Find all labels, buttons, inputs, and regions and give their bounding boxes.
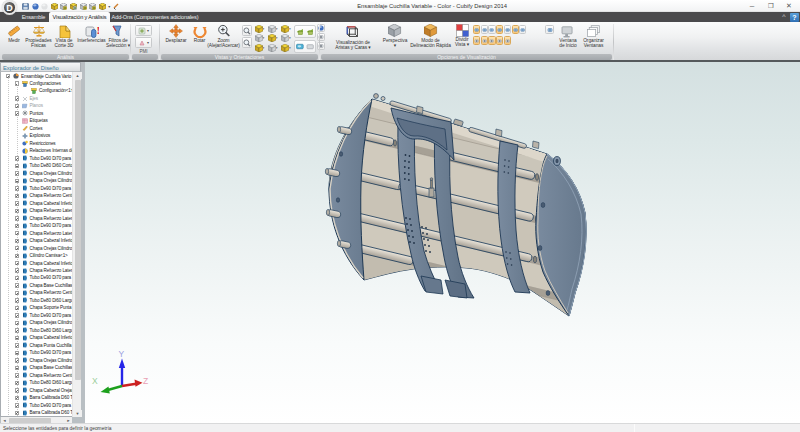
view-cube-button-4[interactable]: ▾ <box>266 34 279 43</box>
tree-expander-plus[interactable] <box>15 366 19 370</box>
ventana-inicio-button[interactable]: Ventana de Inicio <box>556 23 580 54</box>
tree-expander-plus[interactable] <box>15 179 19 183</box>
tree-expander-plus[interactable] <box>15 104 19 108</box>
tree-item[interactable]: Relaciones Internas de E <box>1 147 80 155</box>
view-cube-button-0[interactable]: ▾ <box>253 24 266 33</box>
tree-item[interactable]: Etiquetas <box>1 117 80 125</box>
view-cube-button-8[interactable]: ▾ <box>279 43 292 52</box>
tree-item[interactable]: Tubo De90 Di70 para Ta <box>1 402 80 410</box>
vscroll-thumb[interactable] <box>75 80 81 380</box>
minimize-button[interactable]: – <box>745 1 759 11</box>
tree-expander-plus[interactable] <box>15 186 19 190</box>
redo-sphere-icon[interactable] <box>41 3 48 10</box>
tree-expander-plus[interactable] <box>15 164 19 168</box>
tree-item[interactable]: Tubo De90 Di70 para Ta <box>1 349 80 357</box>
tree-item[interactable]: Tubo De80 Di60 Largo p <box>1 327 80 335</box>
tree-expander-plus[interactable] <box>15 291 19 295</box>
tree-item[interactable]: Tubo De90 Di70 para Ta <box>1 274 80 282</box>
tree-item[interactable]: Chapa Punta Cuchilla V <box>1 342 80 350</box>
tree-item[interactable]: Chapa Refuerzo Central <box>1 192 80 200</box>
tree-expander-plus[interactable] <box>15 343 19 347</box>
tree-item[interactable]: Chapa Refuerzo Central <box>1 372 80 380</box>
tree-item[interactable]: Chapa Orejas Cilindro R <box>1 319 80 327</box>
cube-add3-icon[interactable] <box>89 3 96 10</box>
tree-expander-plus[interactable] <box>15 283 19 287</box>
tree-expander-plus[interactable] <box>15 216 19 220</box>
display-toggle-6[interactable] <box>512 25 519 34</box>
tree-expander-plus[interactable] <box>6 74 10 78</box>
tree-item[interactable]: Chapa Cabezal Inferior <box>1 260 80 268</box>
tree-expander-plus[interactable] <box>15 358 19 362</box>
tree-item[interactable]: Chapa Soporte Punta C <box>1 304 80 312</box>
viewport-3d[interactable]: Y X Z <box>85 62 800 423</box>
modo-delineacion-rapida-button[interactable]: Modo de Delineación Rápida <box>408 23 453 54</box>
tree-item[interactable]: Chapa Orejas Cilindro R <box>1 357 80 365</box>
tree-item[interactable]: Barra Calibrada D60 Tr <box>1 394 80 402</box>
tree-item[interactable]: Ejes <box>1 95 80 103</box>
tree-expander-plus[interactable] <box>15 328 19 332</box>
tree-expander-plus[interactable] <box>15 194 19 198</box>
filtros-seleccion-button[interactable]: Filtros de Selección ▾ <box>106 23 130 54</box>
tree-item[interactable]: Chapa Refuerzo Central <box>1 289 80 297</box>
help-button[interactable]: ? <box>790 13 799 22</box>
tree-expander-plus[interactable] <box>15 373 19 377</box>
scroll-down-arrow[interactable]: ▼ <box>73 410 82 417</box>
camera-view-2-button[interactable] <box>306 42 315 51</box>
tree-item[interactable]: Restricciones <box>1 140 80 148</box>
rotate-view-left-button[interactable] <box>296 27 305 36</box>
display-toggle-4[interactable] <box>496 25 503 34</box>
tree-expander-minus[interactable] <box>15 81 19 85</box>
tree-item[interactable]: Tubo De80 Di60 Corto p <box>1 162 80 170</box>
view-cube-button-1[interactable]: ▾ <box>266 24 279 33</box>
tree-item[interactable]: Tubo De90 Di70 para Ta <box>1 185 80 193</box>
tree-item[interactable]: Chapa Cabezal Orejas C <box>1 387 80 395</box>
view-cube-button-3[interactable]: ▾ <box>253 34 266 43</box>
tree-expander-plus[interactable] <box>15 403 19 407</box>
shadow-toggle-3[interactable] <box>488 36 495 45</box>
tree-expander-plus[interactable] <box>15 261 19 265</box>
tree-expander-plus[interactable] <box>15 246 19 250</box>
tree-expander-plus[interactable] <box>15 351 19 355</box>
cube-gold-add-icon[interactable] <box>70 3 77 10</box>
tree-expander-plus[interactable] <box>15 96 19 100</box>
tree-item[interactable]: Tubo De90 Di70 para Ta <box>1 222 80 230</box>
tree-item[interactable]: Configuración<1> <box>1 87 80 95</box>
qat-dropdown-arrow[interactable]: ▾ <box>108 4 110 9</box>
scroll-up-arrow[interactable]: ▲ <box>73 72 82 79</box>
tree-expander-plus[interactable] <box>15 411 19 415</box>
organizar-ventanas-button[interactable]: Organizar Ventanas <box>581 23 606 54</box>
tree-expander-plus[interactable] <box>15 313 19 317</box>
tree-expander-plus[interactable] <box>15 254 19 258</box>
view-cube-button-7[interactable]: ▾ <box>266 43 279 52</box>
tree-item[interactable]: Tubo De80 Di60 Largo p <box>1 297 80 305</box>
tree-item[interactable]: Ensamblaje Cuchilla Vario <box>1 73 80 81</box>
app-menu-button[interactable]: D <box>2 0 17 15</box>
shadow-toggle-1[interactable] <box>473 36 480 45</box>
tree-expander-plus[interactable] <box>15 321 19 325</box>
display-toggle-2[interactable] <box>481 25 488 34</box>
tree-expander-plus[interactable] <box>15 268 19 272</box>
undo-sphere-icon[interactable] <box>32 3 39 10</box>
display-toggle-7[interactable] <box>519 25 526 34</box>
tree-item[interactable]: Chapa Cabezal Inferior <box>1 200 80 208</box>
tree-expander-plus[interactable] <box>15 224 19 228</box>
shadow-toggle-5[interactable] <box>504 36 511 45</box>
tree-expander-plus[interactable] <box>15 306 19 310</box>
tree-item[interactable]: Chapa Refuerzo Lateral <box>1 267 80 275</box>
zoom-button[interactable]: Zoom (Alejar/Acercar) <box>206 23 241 54</box>
tree-expander-plus[interactable] <box>15 276 19 280</box>
tree-expander-plus[interactable] <box>15 381 19 385</box>
dividir-vista-button[interactable]: Dividir Vista ▾ <box>453 23 471 54</box>
display-toggle-5[interactable] <box>504 25 511 34</box>
propiedades-fisicas-button[interactable]: Propiedades Físicas <box>25 23 52 54</box>
tree-item[interactable]: Chapa Refuerzo Lateral <box>1 215 80 223</box>
tree-expander-plus[interactable] <box>15 156 19 160</box>
ribbon-tab-visualizacion[interactable]: Visualización y Análisis <box>49 12 110 22</box>
tree-item[interactable]: Cortes <box>1 125 80 133</box>
tree-expander-plus[interactable] <box>15 171 19 175</box>
view-cube-button-2[interactable]: ▾ <box>279 24 292 33</box>
pmi-button-1[interactable]: ▾ <box>135 25 152 36</box>
ribbon-tab-addons[interactable]: Add-Ons (Componentes adicionales) <box>110 12 200 22</box>
sketch-pencil-icon[interactable] <box>113 3 120 10</box>
rotate-view-right-button[interactable] <box>306 27 315 36</box>
